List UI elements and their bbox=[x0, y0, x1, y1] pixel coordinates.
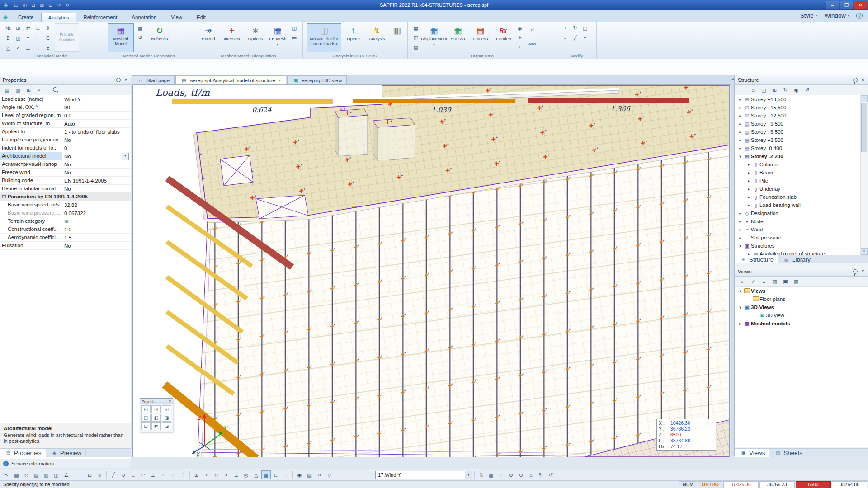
expander-icon[interactable] bbox=[746, 179, 752, 183]
dock-icon[interactable]: ◫ bbox=[759, 85, 769, 94]
expander-icon[interactable] bbox=[737, 305, 743, 310]
property-value[interactable]: 1 - to ends of floor slabs ▾ bbox=[62, 128, 131, 136]
property-pages-icon[interactable]: ⊞ bbox=[24, 85, 33, 94]
tree-item[interactable]: Foundation slab bbox=[735, 193, 860, 201]
property-value[interactable]: No ▾ bbox=[62, 242, 131, 249]
show-all-icon[interactable]: ◉ bbox=[792, 85, 801, 94]
mesh-settings-icon[interactable]: ▦ bbox=[136, 23, 145, 33]
expander-icon[interactable] bbox=[737, 106, 743, 110]
maximize-button[interactable]: ❐ bbox=[840, 1, 853, 9]
snap-center-icon[interactable]: ◎ bbox=[241, 470, 251, 479]
property-value[interactable]: No ▾ bbox=[62, 160, 131, 168]
sync-icon[interactable]: ↺ bbox=[802, 85, 812, 94]
panel-tab[interactable]: Sheets bbox=[769, 449, 807, 457]
menu-dropdown[interactable]: Window▾ bbox=[824, 12, 850, 19]
num-lock-indicator[interactable]: NUM bbox=[679, 481, 697, 488]
tab-close-icon[interactable]: × bbox=[278, 78, 281, 83]
property-row[interactable]: Define in tabular format No ▾ bbox=[0, 185, 131, 193]
property-row[interactable]: Aerodynamic coeffici... 1.5 ▾ bbox=[0, 234, 131, 242]
add-widget-icon[interactable]: + bbox=[515, 42, 524, 52]
swap-axes-icon[interactable]: ⇄ bbox=[24, 23, 33, 33]
pan-view-icon[interactable]: + bbox=[496, 470, 506, 479]
expander-icon[interactable] bbox=[737, 130, 743, 134]
print-icon[interactable]: ▦ bbox=[38, 1, 46, 9]
trim-model-icon[interactable]: ⌐ bbox=[33, 33, 42, 42]
tree-item[interactable]: 3D view bbox=[735, 311, 868, 319]
expander-icon[interactable] bbox=[737, 155, 743, 159]
combinations-icon[interactable]: C bbox=[43, 33, 52, 42]
hs-history-icon[interactable]: ↺ bbox=[526, 23, 538, 37]
proj-left-button[interactable]: ◱ bbox=[162, 405, 171, 413]
property-row[interactable]: Level of graded region, m 0.0 ▾ bbox=[0, 112, 131, 120]
regenerate-icon[interactable]: ↺ bbox=[136, 33, 145, 42]
tree-item[interactable]: Structures bbox=[735, 242, 860, 250]
snap-grid-icon[interactable]: ⊞ bbox=[192, 470, 201, 479]
zoom-in-icon[interactable]: ⊕ bbox=[506, 470, 516, 479]
property-value[interactable]: 1.5 ▾ bbox=[62, 234, 131, 241]
grid-display-toggle-icon[interactable]: ▦ bbox=[261, 470, 271, 479]
expander-icon[interactable] bbox=[737, 114, 743, 118]
close-icon[interactable]: ✕ bbox=[168, 399, 171, 404]
loads-icon[interactable]: ↓ bbox=[33, 43, 42, 52]
app-menu-icon[interactable]: ◈ bbox=[0, 14, 11, 20]
isofields-icon[interactable]: ▤ bbox=[411, 42, 420, 52]
snap-nearest-icon[interactable]: △ bbox=[251, 470, 261, 479]
tree-item[interactable]: Storey +9,500 bbox=[735, 120, 860, 128]
alphabetical-view-icon[interactable]: ▥ bbox=[13, 85, 23, 94]
document-tab[interactable]: ветер.spf:3D view × bbox=[287, 75, 347, 84]
expander-icon[interactable] bbox=[737, 236, 743, 240]
editable-analytics-button[interactable]: Editable Analytics bbox=[55, 23, 79, 52]
tree-item[interactable]: Views bbox=[735, 287, 868, 295]
collapse-arrow-icon[interactable]: ◄ bbox=[731, 77, 734, 80]
snap-settings-icon[interactable]: ⋯ bbox=[281, 470, 291, 479]
property-value[interactable]: EN 1991-1-4:2005 ▾ bbox=[62, 177, 131, 184]
previous-view-icon[interactable]: ↺ bbox=[546, 470, 556, 479]
tree-item[interactable]: Column bbox=[735, 160, 860, 169]
select-window-icon[interactable]: ▦ bbox=[12, 470, 21, 479]
mosaic-plot-button[interactable]: ◫ Mosaic Plot for Linear Loads bbox=[307, 23, 341, 52]
proj-back-button[interactable]: ◧ bbox=[151, 414, 161, 422]
expander-icon[interactable] bbox=[737, 98, 743, 102]
tree-item[interactable]: 3D-Views bbox=[735, 303, 868, 311]
dropdown-arrow-icon[interactable]: ▾ bbox=[122, 153, 129, 160]
fe-mesh-button[interactable]: ▦ FE Mesh bbox=[268, 23, 288, 52]
light-icon[interactable]: ¤ bbox=[315, 470, 324, 479]
select-cursor-icon[interactable]: ↖ bbox=[2, 470, 11, 479]
analysis-button[interactable]: ↯ Analysis bbox=[365, 23, 388, 52]
tree-item[interactable]: Beam bbox=[735, 169, 860, 177]
array-icon[interactable]: ≡ bbox=[580, 33, 590, 42]
clip-volume-icon[interactable]: ▽ bbox=[325, 470, 334, 479]
new-document-icon[interactable]: ▤ bbox=[12, 1, 20, 9]
close-panel-icon[interactable]: ✕ bbox=[861, 77, 865, 82]
draw-arc-icon[interactable]: ◠ bbox=[138, 470, 148, 479]
snap-midpoint-icon[interactable]: ◇ bbox=[212, 470, 221, 479]
load-case-switch-icon[interactable]: ⇅ bbox=[476, 470, 486, 479]
property-row[interactable]: Basic wind pressure, ... 0.067322 ▾ bbox=[0, 209, 131, 217]
property-row[interactable]: Basic wind speed, m/s 32.82 ▾ bbox=[0, 201, 131, 209]
loads-table-icon[interactable]: ▦ bbox=[486, 470, 496, 479]
select-by-angle-icon[interactable]: ∠ bbox=[61, 470, 71, 479]
expander-icon[interactable] bbox=[737, 220, 743, 224]
new-view-icon[interactable]: ○ bbox=[737, 277, 747, 286]
expander-icon[interactable] bbox=[737, 122, 743, 126]
displacement-button[interactable]: ▦ Displacement bbox=[422, 23, 446, 52]
tree-item[interactable]: Storey +18,500 bbox=[735, 95, 860, 103]
layers-icon[interactable]: ▤ bbox=[305, 470, 314, 479]
load-case-select[interactable]: 17.Wind Y ▾ bbox=[375, 471, 472, 479]
property-value[interactable]: 0.067322 ▾ bbox=[62, 209, 131, 217]
scrollbar[interactable]: ▲ ▼ bbox=[860, 95, 868, 255]
proj-right-button[interactable]: ◲ bbox=[141, 414, 151, 422]
ribbon-tab[interactable]: Reinforcement bbox=[76, 12, 125, 22]
close-panel-icon[interactable]: ✕ bbox=[861, 269, 865, 274]
proj-perspective-button[interactable]: ◪ bbox=[162, 422, 171, 430]
search-icon[interactable] bbox=[50, 85, 60, 94]
ahs-history-icon[interactable]: A/hs bbox=[526, 38, 538, 51]
pin-icon[interactable] bbox=[853, 269, 858, 274]
open-in-lira-button[interactable]: ↑ Open bbox=[343, 23, 363, 52]
draw-perpendicular-icon[interactable]: ⊥ bbox=[148, 470, 158, 479]
mosaic-small-icon[interactable]: ▦ bbox=[411, 23, 420, 33]
triangulate-icon[interactable]: △ bbox=[4, 43, 13, 52]
intersect-button[interactable]: + Intersect bbox=[220, 23, 243, 52]
ribbon-tab[interactable]: Edit bbox=[189, 12, 213, 22]
save-icon[interactable]: ⊟ bbox=[29, 1, 38, 9]
